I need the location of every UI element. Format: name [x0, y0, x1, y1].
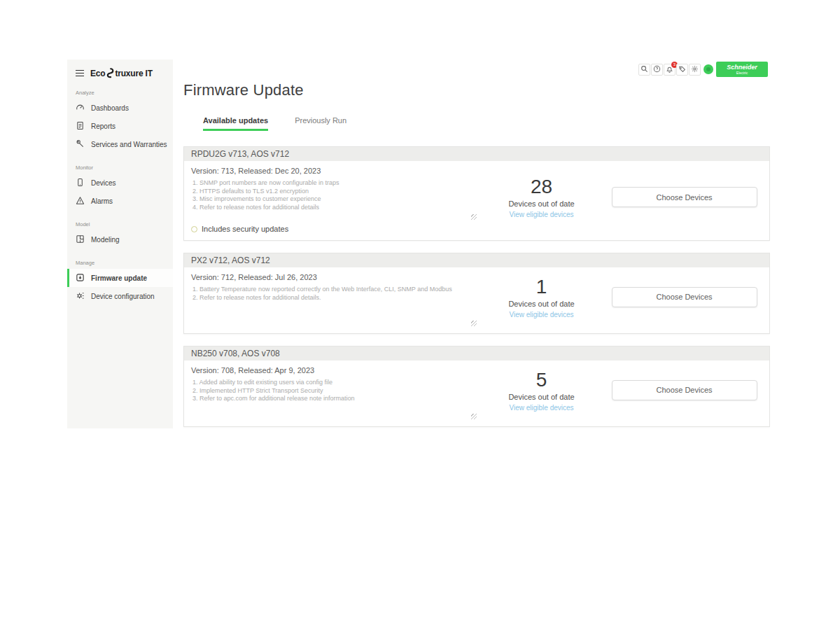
view-eligible-devices-link[interactable]: View eligible devices: [509, 211, 573, 218]
sidebar: Eco truxure IT Analyze Dashboards Report…: [67, 59, 173, 428]
device-count-column: 28 Devices out of date View eligible dev…: [484, 161, 599, 233]
sidebar-item-dashboards[interactable]: Dashboards: [67, 99, 173, 117]
choose-devices-button[interactable]: Choose Devices: [612, 187, 757, 207]
device-count-column: 1 Devices out of date View eligible devi…: [484, 267, 599, 326]
release-note-line: 2. HTTPS defaults to TLS v1.2 encryption: [192, 188, 477, 196]
resize-grip-icon[interactable]: [471, 321, 477, 326]
sidebar-item-firmware-update[interactable]: Firmware update: [67, 269, 173, 287]
release-note-line: 2. Implemented HTTP Strict Transport Sec…: [192, 387, 477, 396]
brand-text-rest: truxure IT: [115, 69, 152, 78]
devices-out-of-date-count: 28: [531, 176, 552, 198]
version-line: Version: 712, Released: Jul 26, 2023: [191, 273, 484, 281]
version-line: Version: 708, Released: Apr 9, 2023: [191, 366, 484, 374]
page-title: Firmware Update: [183, 81, 770, 99]
sidebar-item-devices[interactable]: Devices: [67, 174, 173, 192]
brand-text-eco: Eco: [90, 69, 105, 78]
release-notes: 1. Added ability to edit existing users …: [192, 379, 477, 419]
dashboard-gauge-icon: [76, 103, 85, 113]
resize-grip-icon[interactable]: [471, 414, 477, 419]
modeling-floorplan-icon: [76, 234, 85, 245]
update-card-px2: PX2 v712, AOS v712 Version: 712, Release…: [183, 253, 770, 334]
devices-out-of-date-label: Devices out of date: [508, 393, 574, 401]
wrench-icon: [76, 139, 85, 150]
device-icon: [76, 178, 85, 188]
alarm-warning-icon: [76, 196, 85, 206]
devices-out-of-date-label: Devices out of date: [508, 300, 574, 308]
resize-grip-icon[interactable]: [471, 214, 477, 220]
app-window: Eco truxure IT Analyze Dashboards Report…: [67, 59, 770, 428]
section-label-manage: Manage: [76, 260, 173, 266]
release-note-line: 4. Refer to release notes for additional…: [192, 204, 477, 212]
schneider-logo-line2: Electric: [716, 71, 768, 75]
choose-devices-button[interactable]: Choose Devices: [612, 287, 757, 307]
card-title: PX2 v712, AOS v712: [184, 253, 769, 267]
view-eligible-devices-link[interactable]: View eligible devices: [509, 404, 573, 412]
brand-row: Eco truxure IT: [67, 59, 173, 78]
sidebar-item-label: Dashboards: [91, 104, 129, 112]
device-count-column: 5 Devices out of date View eligible devi…: [484, 360, 599, 419]
devices-out-of-date-count: 1: [536, 276, 547, 298]
sidebar-item-label: Modeling: [91, 236, 120, 244]
update-card-rpdu2g: RPDU2G v713, AOS v712 Version: 713, Rele…: [183, 146, 770, 241]
release-note-line: 1. SNMP port numbers are now configurabl…: [192, 179, 477, 188]
section-label-monitor: Monitor: [76, 164, 173, 171]
tab-bar: Available updates Previously Run: [203, 116, 770, 131]
sidebar-item-label: Device configuration: [91, 293, 155, 300]
user-avatar[interactable]: [704, 64, 713, 74]
schneider-logo-line1: Schneider: [716, 64, 768, 71]
tab-available-updates[interactable]: Available updates: [203, 116, 268, 131]
release-note-line: 2. Refer to release notes for additional…: [192, 294, 477, 302]
update-card-nb250: NB250 v708, AOS v708 Version: 708, Relea…: [183, 346, 770, 427]
topbar-actions: 3 Schneider Electric: [638, 62, 768, 77]
whats-new-button[interactable]: [676, 64, 688, 76]
sidebar-item-reports[interactable]: Reports: [67, 117, 173, 135]
release-note-line: 3. Refer to apc.com for additional relea…: [192, 395, 477, 403]
sidebar-item-label: Firmware update: [91, 274, 147, 282]
tab-previously-run[interactable]: Previously Run: [295, 116, 346, 131]
firmware-update-icon: [76, 273, 85, 284]
sidebar-item-label: Services and Warranties: [91, 141, 167, 148]
release-notes: 1. SNMP port numbers are now configurabl…: [192, 179, 477, 220]
choose-devices-button[interactable]: Choose Devices: [612, 380, 757, 400]
sidebar-item-device-configuration[interactable]: Device configuration: [67, 287, 173, 305]
help-button[interactable]: [651, 64, 663, 76]
sidebar-item-label: Reports: [91, 122, 115, 130]
security-updates-row: Includes security updates: [191, 225, 484, 233]
security-indicator-icon: [191, 226, 197, 232]
card-title: RPDU2G v713, AOS v712: [184, 147, 769, 161]
security-updates-label: Includes security updates: [202, 225, 288, 233]
ecostruxure-logo: Eco truxure IT: [90, 68, 153, 78]
device-configuration-icon: [76, 291, 85, 302]
search-icon: [640, 63, 648, 76]
card-title: NB250 v708, AOS v708: [184, 346, 769, 360]
menu-icon[interactable]: [76, 70, 84, 77]
sidebar-item-alarms[interactable]: Alarms: [67, 192, 173, 210]
settings-button[interactable]: [689, 64, 701, 76]
gear-icon: [691, 63, 699, 76]
update-card-list: RPDU2G v713, AOS v712 Version: 713, Rele…: [183, 146, 770, 427]
section-label-analyze: Analyze: [76, 90, 173, 96]
tag-icon: [678, 63, 686, 76]
sidebar-item-label: Alarms: [91, 197, 113, 205]
version-line: Version: 713, Released: Dec 20, 2023: [191, 167, 484, 175]
release-note-line: 3. Misc improvements to customer experie…: [192, 195, 477, 204]
section-label-model: Model: [76, 221, 173, 227]
devices-out-of-date-label: Devices out of date: [508, 200, 574, 208]
devices-out-of-date-count: 5: [536, 369, 547, 391]
ecostruxure-loop-icon: [105, 68, 115, 78]
main-content: 3 Schneider Electric Firmware Update Ava…: [173, 59, 770, 428]
sidebar-item-services-warranties[interactable]: Services and Warranties: [67, 135, 173, 153]
view-eligible-devices-link[interactable]: View eligible devices: [509, 311, 573, 318]
sidebar-item-modeling[interactable]: Modeling: [67, 230, 173, 248]
schneider-electric-logo[interactable]: Schneider Electric: [716, 62, 768, 77]
release-note-line: 1. Added ability to edit existing users …: [192, 379, 477, 387]
help-icon: [653, 63, 661, 76]
notifications-button[interactable]: 3: [664, 64, 676, 76]
search-button[interactable]: [638, 64, 650, 76]
report-document-icon: [76, 121, 85, 132]
release-note-line: 1. Battery Temperature now reported corr…: [192, 286, 477, 294]
release-notes: 1. Battery Temperature now reported corr…: [192, 286, 477, 326]
sidebar-item-label: Devices: [91, 179, 116, 187]
